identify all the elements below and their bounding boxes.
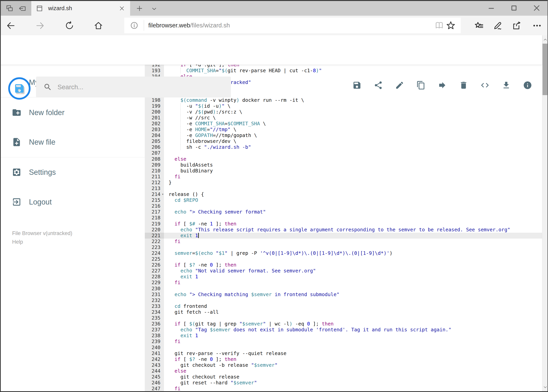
gutter-line-220[interactable]: 220 <box>145 227 164 233</box>
code-line-204[interactable]: -e GOPATH=//tmp/gopath \ <box>164 133 542 138</box>
gutter-line-244[interactable]: 244 <box>145 368 164 374</box>
code-line-228[interactable]: exit 1 <box>164 274 542 280</box>
gutter-line-239[interactable]: 239 <box>145 339 164 344</box>
home-button[interactable] <box>93 20 104 31</box>
code-button[interactable] <box>474 70 496 100</box>
favorites-hub-icon[interactable] <box>473 20 485 31</box>
code-line-245[interactable]: git checkout release <box>164 374 542 380</box>
gutter-line-199[interactable]: 199 <box>145 103 164 109</box>
gutter-line-225[interactable]: 225 <box>145 256 164 262</box>
gutter-line-204[interactable]: 204 <box>145 133 164 138</box>
gutter-line-226[interactable]: 226 <box>145 262 164 268</box>
fold-arrow-icon[interactable]: ▾ <box>162 191 164 197</box>
gutter-line-208[interactable]: 208 <box>145 156 164 162</box>
code-line-225[interactable] <box>164 256 542 262</box>
add-favorite-star-icon[interactable] <box>446 21 456 30</box>
gutter-line-245[interactable]: 245 <box>145 374 164 380</box>
code-line-227[interactable]: echo "Not valid semver format. See semve… <box>164 268 542 274</box>
scrollbar-thumb[interactable] <box>542 44 548 95</box>
gutter-line-200[interactable]: 200 <box>145 109 164 115</box>
code-line-207[interactable] <box>164 150 542 156</box>
back-button[interactable] <box>6 20 16 31</box>
code-line-209[interactable]: buildAssets <box>164 162 542 168</box>
code-line-237[interactable]: echo "Tag $semver does not exist in subm… <box>164 327 542 333</box>
gutter-line-221[interactable]: 221 <box>145 233 164 238</box>
gutter-line-203[interactable]: 203 <box>145 127 164 133</box>
site-info-icon[interactable] <box>130 21 138 29</box>
gutter-line-206[interactable]: 206 <box>145 144 164 150</box>
help-link[interactable]: Help <box>12 238 72 246</box>
code-line-221[interactable]: exit 1 <box>164 233 542 238</box>
tab-preview-icon[interactable] <box>6 4 14 13</box>
code-line-203[interactable]: -e HOME="//tmp" \ <box>164 127 542 133</box>
code-line-200[interactable]: -v /$(pwd):/src:z \ <box>164 109 542 115</box>
gutter-line-231[interactable]: 231 <box>145 292 164 297</box>
code-line-223[interactable] <box>164 245 542 250</box>
gutter-line-247[interactable]: 247 <box>145 386 164 392</box>
gutter-line-243[interactable]: 243 <box>145 362 164 368</box>
refresh-button[interactable] <box>64 20 75 31</box>
gutter-line-214[interactable]: 214▾ <box>145 191 164 197</box>
gutter-line-209[interactable]: 209 <box>145 162 164 168</box>
gutter-line-201[interactable]: 201 <box>145 115 164 121</box>
code-line-205[interactable]: filebrowser/dev \ <box>164 138 542 144</box>
code-line-212[interactable]: } <box>164 180 542 186</box>
window-close-button[interactable] <box>529 3 544 13</box>
gutter-line-215[interactable]: 215 <box>145 197 164 203</box>
vertical-scrollbar[interactable] <box>542 35 548 392</box>
code-line-226[interactable]: if [ $? -ne 0 ]; then <box>164 262 542 268</box>
gutter-line-230[interactable]: 230 <box>145 286 164 292</box>
gutter-line-240[interactable]: 240 <box>145 345 164 350</box>
code-line-238[interactable]: exit 1 <box>164 333 542 339</box>
code-line-241[interactable]: git rev-parse --verify --quiet release <box>164 350 542 356</box>
code-line-242[interactable]: if [ $? -ne 0 ]; then <box>164 356 542 362</box>
code-line-233[interactable]: cd frontend <box>164 303 542 309</box>
gutter-line-241[interactable]: 241 <box>145 350 164 356</box>
gutter-line-198[interactable]: 198 <box>145 97 164 103</box>
code-line-211[interactable]: fi <box>164 174 542 180</box>
code-line-222[interactable]: fi <box>164 238 542 245</box>
code-line-220[interactable]: echo "This release script requires a sin… <box>164 227 542 233</box>
gutter-line-232[interactable]: 232 <box>145 297 164 303</box>
settings-and-more-icon[interactable] <box>531 20 543 31</box>
code-line-201[interactable]: -w //src \ <box>164 115 542 121</box>
info-button[interactable] <box>517 70 538 100</box>
url-text[interactable]: filebrowser.web/files/wizard.sh <box>148 22 435 29</box>
gutter-line-238[interactable]: 238 <box>145 333 164 339</box>
search-input[interactable] <box>57 83 231 91</box>
gutter-line-246[interactable]: 246 <box>145 380 164 386</box>
move-button[interactable] <box>432 70 453 100</box>
code-line-247[interactable]: fi <box>164 386 542 392</box>
delete-button[interactable] <box>453 70 474 100</box>
share-button[interactable] <box>368 70 389 100</box>
scroll-down-arrow-icon[interactable] <box>542 384 548 390</box>
sidebar-item-new-file[interactable]: New file <box>1 132 145 152</box>
code-line-217[interactable]: echo "> Checking semver format" <box>164 209 542 215</box>
search-box[interactable] <box>36 77 231 98</box>
web-note-pen-icon[interactable] <box>492 20 504 31</box>
share-page-icon[interactable] <box>511 20 522 31</box>
gutter-line-242[interactable]: 242 <box>145 356 164 362</box>
new-tab-button[interactable] <box>135 4 144 13</box>
tab-close-icon[interactable] <box>118 5 126 12</box>
sidebar-item-settings[interactable]: Settings <box>1 162 145 182</box>
sidebar-item-logout[interactable]: Logout <box>1 192 145 212</box>
code-line-215[interactable]: cd $REPO <box>164 197 542 203</box>
scroll-up-arrow-icon[interactable] <box>542 37 548 43</box>
code-line-192[interactable]: if [ -d .git ]; then <box>164 65 542 68</box>
code-line-199[interactable]: -u "$(id -u)" \ <box>164 103 542 109</box>
forward-button[interactable] <box>35 20 45 31</box>
gutter-line-216[interactable]: 216 <box>145 203 164 209</box>
gutter-line-234[interactable]: 234 <box>145 309 164 315</box>
code-line-235[interactable] <box>164 315 542 321</box>
code-line-224[interactable]: semver=$(echo "$1" | grep -P '^v(0|[1-9]… <box>164 250 542 256</box>
code-line-229[interactable]: fi <box>164 280 542 286</box>
save-button[interactable] <box>346 70 368 100</box>
set-tabs-aside-icon[interactable] <box>18 4 27 13</box>
edit-button[interactable] <box>389 70 410 100</box>
code-line-240[interactable] <box>164 345 542 350</box>
code-line-236[interactable]: if [ $(git tag | grep "$semver" | wc -l)… <box>164 321 542 327</box>
gutter-line-224[interactable]: 224 <box>145 250 164 256</box>
gutter-line-235[interactable]: 235 <box>145 315 164 321</box>
code-line-218[interactable] <box>164 215 542 221</box>
